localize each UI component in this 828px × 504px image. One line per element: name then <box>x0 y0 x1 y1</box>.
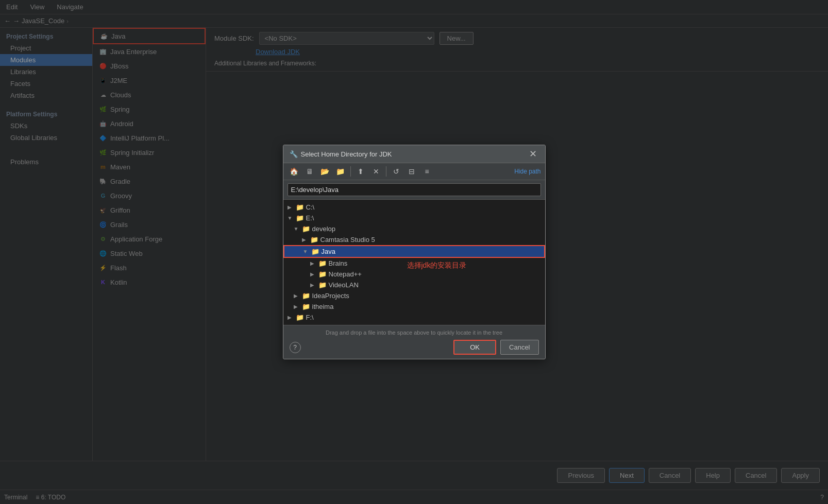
tree-arrow-develop: ▼ <box>294 226 300 232</box>
modal-ok-button[interactable]: OK <box>453 340 496 355</box>
tree-arrow-java: ▼ <box>303 249 309 254</box>
tree-arrow-brains: ▶ <box>310 260 316 266</box>
modal-icon: 🔧 <box>290 150 298 158</box>
tree-arrow-camtasia: ▶ <box>302 237 308 242</box>
tree-label-itheima: itheima <box>312 303 334 310</box>
jdk-directory-modal: 🔧 Select Home Directory for JDK ✕ 🏠 🖥 📂 … <box>283 145 546 359</box>
folder-icon-e: 📁 <box>296 214 304 222</box>
tree-item-videolan[interactable]: ▶ 📁 VideoLAN <box>283 280 545 290</box>
modal-cancel-button[interactable]: Cancel <box>500 340 538 355</box>
toolbar-delete-button[interactable]: ✕ <box>369 165 383 178</box>
tree-arrow-e: ▼ <box>288 215 294 221</box>
tree-item-ideaprojects[interactable]: ▶ 📁 IdeaProjects <box>283 290 545 301</box>
tree-label-e: E:\ <box>306 214 314 222</box>
tree-arrow-c: ▶ <box>288 204 294 210</box>
tree-label-brains: Brains <box>329 259 348 267</box>
tree-label-ideaprojects: IdeaProjects <box>312 292 349 300</box>
modal-action-buttons: OK Cancel <box>453 340 538 355</box>
folder-icon-java: 📁 <box>311 248 319 255</box>
toolbar-settings-button[interactable]: ≡ <box>420 165 434 178</box>
tree-item-e[interactable]: ▼ 📁 E:\ <box>283 213 545 223</box>
folder-icon-c: 📁 <box>296 203 304 211</box>
tree-label-f: F:\ <box>306 314 314 321</box>
hide-path-button[interactable]: Hide path <box>514 168 540 175</box>
modal-header: 🔧 Select Home Directory for JDK ✕ <box>283 145 545 163</box>
tree-label-videolan: VideoLAN <box>329 281 359 289</box>
folder-icon-develop: 📁 <box>302 225 310 233</box>
modal-help-button[interactable]: ? <box>290 342 301 353</box>
drag-hint: Drag and drop a file into the space abov… <box>290 329 539 336</box>
file-tree[interactable]: ▶ 📁 C:\ ▼ 📁 E:\ ▼ 📁 develop ▶ 📁 Camtasia… <box>283 200 545 325</box>
tree-arrow-videolan: ▶ <box>310 282 316 288</box>
tree-arrow-itheima: ▶ <box>294 304 300 309</box>
folder-icon-notepad: 📁 <box>318 270 327 278</box>
tree-arrow-f: ▶ <box>288 315 294 320</box>
jdk-annotation: 选择jdk的安装目录 <box>407 261 467 270</box>
tree-label-java: Java <box>322 248 335 255</box>
toolbar-collapse-button[interactable]: ⊟ <box>405 165 418 178</box>
folder-icon-camtasia: 📁 <box>310 236 318 244</box>
tree-label-notepad: Notepad++ <box>329 270 362 278</box>
tree-item-itheima[interactable]: ▶ 📁 itheima <box>283 301 545 312</box>
tree-item-java[interactable]: ▼ 📁 Java <box>283 245 545 258</box>
tree-item-camtasia[interactable]: ▶ 📁 Camtasia Studio 5 <box>283 234 545 245</box>
tree-item-c[interactable]: ▶ 📁 C:\ <box>283 202 545 213</box>
tree-item-develop[interactable]: ▼ 📁 develop <box>283 223 545 234</box>
tree-label-c: C:\ <box>306 203 315 211</box>
toolbar-refresh-button[interactable]: ↺ <box>390 165 403 178</box>
toolbar-folder-open-button[interactable]: 📂 <box>318 165 332 178</box>
tree-arrow-notepad: ▶ <box>310 271 316 277</box>
folder-icon-videolan: 📁 <box>318 281 327 289</box>
folder-icon-itheima: 📁 <box>302 303 310 310</box>
modal-title: 🔧 Select Home Directory for JDK <box>290 150 392 158</box>
toolbar-upload-button[interactable]: ⬆ <box>354 165 367 178</box>
modal-footer: Drag and drop a file into the space abov… <box>283 325 545 359</box>
toolbar-home-button[interactable]: 🏠 <box>288 165 301 178</box>
modal-toolbar: 🏠 🖥 📂 📁 ⬆ ✕ ↺ ⊟ ≡ Hide path <box>283 163 545 180</box>
folder-icon-f: 📁 <box>296 314 304 321</box>
modal-buttons: ? OK Cancel <box>290 340 539 355</box>
path-input-row <box>283 180 545 200</box>
toolbar-desktop-button[interactable]: 🖥 <box>303 165 316 178</box>
tree-item-notepad[interactable]: ▶ 📁 Notepad++ <box>283 269 545 280</box>
tree-label-develop: develop <box>312 225 336 233</box>
tree-arrow-ideaprojects: ▶ <box>294 293 300 299</box>
tree-item-f[interactable]: ▶ 📁 F:\ <box>283 312 545 323</box>
toolbar-folder-new-button[interactable]: 📁 <box>334 165 347 178</box>
toolbar-divider-2 <box>386 166 386 177</box>
path-input[interactable] <box>288 183 541 196</box>
modal-overlay: 🔧 Select Home Directory for JDK ✕ 🏠 🖥 📂 … <box>0 0 828 504</box>
folder-icon-brains: 📁 <box>318 259 327 267</box>
modal-close-button[interactable]: ✕ <box>527 149 539 159</box>
toolbar-divider-1 <box>350 166 351 177</box>
modal-title-text: Select Home Directory for JDK <box>301 150 392 158</box>
folder-icon-ideaprojects: 📁 <box>302 292 310 300</box>
tree-label-camtasia: Camtasia Studio 5 <box>320 236 375 244</box>
